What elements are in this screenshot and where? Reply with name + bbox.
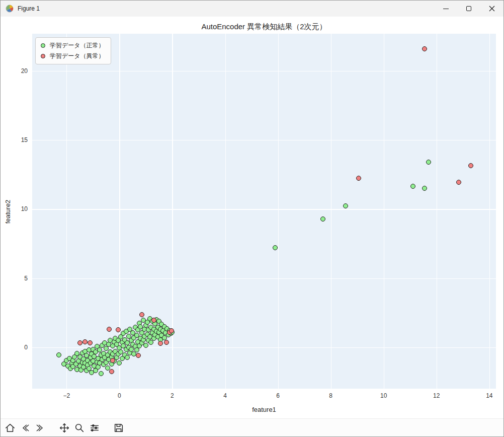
x-tick-label: 4	[223, 392, 227, 399]
pan-icon	[59, 422, 70, 433]
scatter-point-normal	[56, 352, 61, 357]
gridline-horizontal	[32, 278, 496, 279]
back-button[interactable]	[18, 420, 33, 435]
home-button[interactable]	[3, 420, 18, 435]
scatter-point-anomaly	[158, 341, 163, 346]
figure-window: Figure 1 AutoEncoder 異常検知結果（2次元） 学習データ（正…	[0, 0, 504, 437]
legend-marker	[41, 54, 45, 58]
x-axis-label: feature1	[32, 406, 496, 413]
scatter-point-anomaly	[169, 328, 174, 333]
scatter-point-normal	[99, 371, 104, 376]
gridline-horizontal	[32, 209, 496, 209]
navigation-toolbar	[1, 418, 503, 436]
scatter-point-normal	[143, 343, 148, 348]
gridline-vertical	[437, 34, 437, 389]
x-tick-label: 6	[276, 392, 280, 399]
configure-subplots-button[interactable]	[87, 420, 102, 435]
scatter-point-normal	[343, 203, 348, 208]
save-button[interactable]	[111, 420, 126, 435]
gridline-horizontal	[32, 71, 496, 71]
window-title: Figure 1	[18, 5, 40, 12]
pan-button[interactable]	[57, 420, 72, 435]
scatter-point-anomaly	[139, 312, 144, 317]
gridline-horizontal	[32, 140, 496, 140]
zoom-button[interactable]	[72, 420, 87, 435]
scatter-point-normal	[422, 186, 427, 191]
legend-marker	[41, 43, 45, 48]
plot-area[interactable]: 学習データ（正常） 学習データ（異常） −2024681012140510152…	[32, 34, 496, 389]
figure-canvas[interactable]: AutoEncoder 異常検知結果（2次元） 学習データ（正常） 学習データ（…	[1, 17, 503, 418]
gridline-vertical	[384, 34, 384, 389]
y-tick-label: 5	[24, 275, 28, 282]
scatter-point-anomaly	[107, 327, 112, 332]
scatter-point-anomaly	[468, 163, 473, 168]
legend-entry-anomaly: 学習データ（異常）	[41, 51, 105, 61]
title-bar[interactable]: Figure 1	[1, 1, 503, 17]
home-icon	[5, 422, 16, 433]
legend: 学習データ（正常） 学習データ（異常）	[35, 37, 111, 64]
chart-title: AutoEncoder 異常検知結果（2次元）	[32, 22, 496, 32]
minimize-button[interactable]	[434, 1, 457, 17]
close-button[interactable]	[480, 1, 503, 17]
legend-label-anomaly: 学習データ（異常）	[50, 52, 105, 60]
gridline-vertical	[66, 34, 67, 389]
scatter-point-anomaly	[422, 46, 427, 51]
legend-entry-normal: 学習データ（正常）	[41, 40, 105, 51]
scatter-point-normal	[320, 216, 325, 222]
legend-label-normal: 学習データ（正常）	[50, 41, 105, 50]
forward-arrow-icon	[35, 423, 45, 433]
scatter-point-anomaly	[110, 358, 115, 363]
maximize-icon	[466, 6, 471, 11]
scatter-point-anomaly	[77, 340, 82, 345]
scatter-point-normal	[426, 160, 431, 165]
x-tick-label: 2	[171, 392, 174, 399]
save-floppy-icon	[113, 422, 124, 433]
y-tick-label: 0	[24, 344, 28, 351]
scatter-point-anomaly	[82, 339, 88, 344]
y-axis-label: feature2	[4, 131, 12, 293]
scatter-point-anomaly	[151, 318, 156, 323]
scatter-point-anomaly	[88, 340, 93, 345]
maximize-button[interactable]	[457, 1, 480, 17]
sliders-icon	[89, 422, 100, 433]
scatter-point-anomaly	[116, 327, 121, 332]
x-tick-label: 14	[486, 392, 492, 399]
zoom-icon	[74, 422, 85, 433]
x-tick-label: 8	[329, 392, 332, 399]
scatter-point-normal	[410, 184, 415, 189]
matplotlib-icon	[6, 5, 14, 13]
gridline-vertical	[331, 34, 331, 389]
forward-button[interactable]	[33, 420, 48, 435]
y-tick-label: 15	[21, 136, 28, 143]
y-tick-label: 20	[21, 67, 28, 75]
scatter-point-anomaly	[164, 340, 169, 345]
scatter-point-normal	[125, 355, 130, 360]
scatter-point-anomaly	[456, 180, 461, 185]
minimize-icon	[443, 9, 449, 9]
x-tick-label: 0	[118, 392, 121, 399]
scatter-point-normal	[273, 245, 278, 250]
gridline-vertical	[225, 34, 226, 389]
scatter-point-anomaly	[136, 353, 141, 358]
y-tick-label: 10	[21, 205, 28, 212]
scatter-point-anomaly	[356, 176, 361, 181]
scatter-point-anomaly	[109, 369, 114, 374]
x-tick-label: 12	[433, 392, 440, 399]
x-tick-label: −2	[63, 392, 70, 399]
back-arrow-icon	[20, 423, 30, 433]
scatter-point-normal	[117, 360, 122, 366]
x-tick-label: 10	[380, 392, 387, 399]
close-icon	[489, 6, 495, 12]
gridline-vertical	[278, 34, 279, 389]
gridline-vertical	[489, 34, 490, 389]
